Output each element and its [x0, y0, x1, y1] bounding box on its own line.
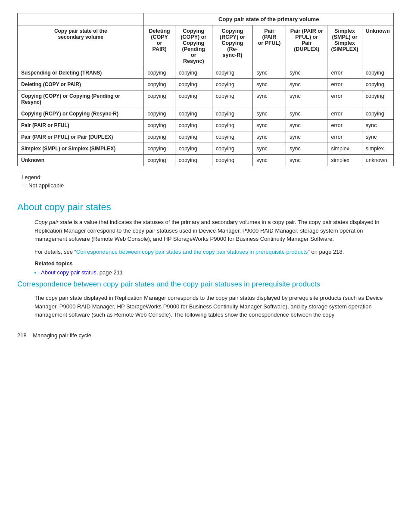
- copy-pair-state-term: Copy pair state: [34, 219, 72, 225]
- row-secondary-state: Copying (COPY) or Copying (Pending or Re…: [18, 90, 144, 108]
- table-cell: error: [327, 79, 362, 90]
- table-cell: sync: [253, 79, 286, 90]
- legend-label: Legend:: [22, 174, 394, 180]
- table-cell: sync: [286, 79, 327, 90]
- table-cell: error: [327, 67, 362, 79]
- table-row: Pair (PAIR or PFUL)copyingcopyingcopying…: [18, 120, 394, 131]
- table-row: Simplex (SMPL) or Simplex (SIMPLEX)copyi…: [18, 143, 394, 155]
- table-cell: sync: [253, 143, 286, 155]
- row-secondary-state: Simplex (SMPL) or Simplex (SIMPLEX): [18, 143, 144, 155]
- table-cell: copying: [175, 79, 212, 90]
- table-cell: copying: [175, 67, 212, 79]
- table-cell: sync: [253, 131, 286, 143]
- table-cell: copying: [212, 108, 252, 120]
- table-cell: error: [327, 108, 362, 120]
- table-cell: copying: [175, 108, 212, 120]
- table-cell: sync: [286, 90, 327, 108]
- table-cell: simplex: [362, 143, 393, 155]
- table-cell: simplex: [327, 143, 362, 155]
- table-cell: sync: [286, 120, 327, 131]
- table-row: Unknowncopyingcopyingcopyingsyncsyncsimp…: [18, 155, 394, 166]
- correspondence-section-heading: Correspondence between copy pair states …: [17, 280, 394, 289]
- table-cell: copying: [212, 120, 252, 131]
- table-cell: copying: [144, 79, 175, 90]
- related-item-1: About copy pair status, page 211: [41, 269, 394, 276]
- about-body-2: For details, see “Correspondence between…: [34, 248, 394, 256]
- table-cell: error: [327, 120, 362, 131]
- table-cell: sync: [253, 120, 286, 131]
- table-cell: copying: [175, 143, 212, 155]
- row-secondary-state: Unknown: [18, 155, 144, 166]
- table-cell: copying: [175, 120, 212, 131]
- table-cell: unknown: [362, 155, 393, 166]
- table-cell: copying: [144, 108, 175, 120]
- table-row: Copying (COPY) or Copying (Pending or Re…: [18, 90, 394, 108]
- about-body-1-text: is a value that indicates the statuses o…: [34, 219, 379, 242]
- table-row: Copying (RCPY) or Copying (Resync-R)copy…: [18, 108, 394, 120]
- row-secondary-state: Pair (PAIR or PFUL) or Pair (DUPLEX): [18, 131, 144, 143]
- primary-volume-header: Copy pair state of the primary volume: [144, 13, 394, 25]
- row-secondary-state: Deleting (COPY or PAIR): [18, 79, 144, 90]
- col-pair-duplex: Pair (PAIR orPFUL) or Pair(DUPLEX): [286, 25, 327, 67]
- table-cell: copying: [212, 131, 252, 143]
- legend-item-1: --: Not applicable: [22, 182, 394, 189]
- col-copying-copy: Copying(COPY) orCopying(Pending orResync…: [175, 25, 212, 67]
- secondary-volume-col-header: Copy pair state of thesecondary volume: [18, 25, 144, 67]
- table-cell: sync: [253, 90, 286, 108]
- table-cell: sync: [362, 120, 393, 131]
- table-cell: copying: [212, 155, 252, 166]
- table-cell: copying: [362, 108, 393, 120]
- table-cell: copying: [175, 131, 212, 143]
- row-secondary-state: Copying (RCPY) or Copying (Resync-R): [18, 108, 144, 120]
- col-unknown: Unknown: [362, 25, 393, 67]
- table-row: Suspending or Deleting (TRANS)copyingcop…: [18, 67, 394, 79]
- table-cell: sync: [253, 155, 286, 166]
- correspondence-body: The copy pair state displayed in Replica…: [34, 294, 394, 319]
- table-cell: sync: [286, 108, 327, 120]
- col-deleting: Deleting(COPY orPAIR): [144, 25, 175, 67]
- about-copy-pair-status-link[interactable]: About copy pair status: [41, 269, 97, 276]
- table-cell: copying: [144, 67, 175, 79]
- table-cell: error: [327, 90, 362, 108]
- table-cell: error: [327, 131, 362, 143]
- about-copy-pair-states-heading: About copy pair states: [17, 202, 394, 213]
- copy-pair-state-table: Copy pair state of the primary volume Co…: [17, 13, 394, 166]
- table-cell: copying: [212, 143, 252, 155]
- legend-section: Legend: --: Not applicable: [22, 174, 394, 189]
- table-cell: copying: [362, 79, 393, 90]
- table-cell: copying: [212, 79, 252, 90]
- table-row: Pair (PAIR or PFUL) or Pair (DUPLEX)copy…: [18, 131, 394, 143]
- col-pair-pful: Pair (PAIRor PFUL): [253, 25, 286, 67]
- table-cell: simplex: [327, 155, 362, 166]
- related-item-1-page: , page 211: [97, 269, 123, 276]
- table-cell: copying: [144, 155, 175, 166]
- table-cell: copying: [212, 90, 252, 108]
- col-copying-rcpy: Copying(RCPY) orCopying (Re-sync-R): [212, 25, 252, 67]
- table-cell: sync: [362, 131, 393, 143]
- table-cell: copying: [144, 143, 175, 155]
- table-cell: copying: [362, 90, 393, 108]
- table-cell: copying: [175, 90, 212, 108]
- col-simplex: Simplex(SMPL) orSimplex(SIMPLEX): [327, 25, 362, 67]
- table-cell: sync: [253, 67, 286, 79]
- footer-text: Managing pair life cycle: [33, 332, 91, 339]
- related-topics-label: Related topics: [34, 260, 394, 267]
- page-footer: 218 Managing pair life cycle: [17, 332, 394, 339]
- row-secondary-state: Suspending or Deleting (TRANS): [18, 67, 144, 79]
- row-secondary-state: Pair (PAIR or PFUL): [18, 120, 144, 131]
- table-cell: copying: [212, 67, 252, 79]
- page-number: 218: [17, 332, 27, 339]
- table-cell: sync: [253, 108, 286, 120]
- correspondence-link[interactable]: Correspondence between copy pair states …: [76, 249, 308, 255]
- table-cell: copying: [144, 90, 175, 108]
- table-cell: sync: [286, 131, 327, 143]
- related-topics-list: About copy pair status, page 211: [41, 269, 394, 276]
- table-cell: copying: [175, 155, 212, 166]
- table-cell: copying: [144, 120, 175, 131]
- table-cell: sync: [286, 67, 327, 79]
- table-cell: copying: [362, 67, 393, 79]
- about-body-1: Copy pair state is a value that indicate…: [34, 218, 394, 243]
- table-cell: sync: [286, 155, 327, 166]
- table-cell: copying: [144, 131, 175, 143]
- table-row: Deleting (COPY or PAIR)copyingcopyingcop…: [18, 79, 394, 90]
